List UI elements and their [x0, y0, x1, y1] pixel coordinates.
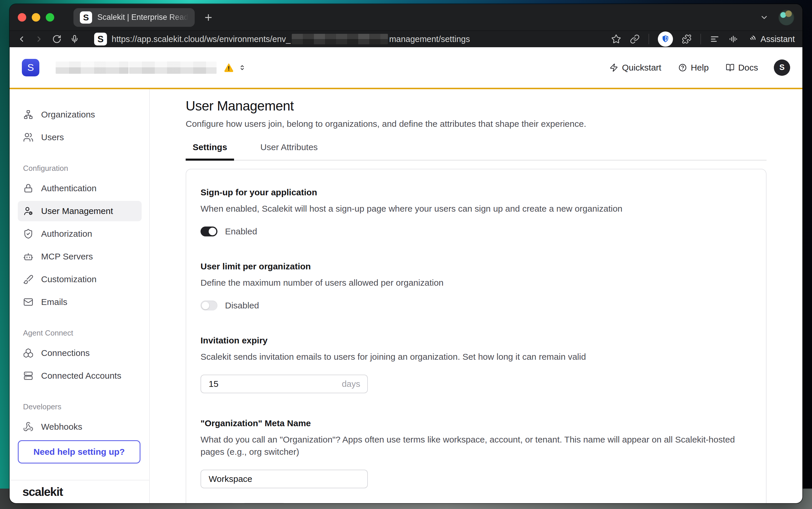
- environment-switcher[interactable]: [238, 64, 246, 72]
- signup-description: When enabled, Scalekit will host a sign-…: [201, 203, 752, 215]
- main-content: User Management Configure how users join…: [150, 89, 802, 503]
- meta-name-description: What do you call an "Organization"? Apps…: [201, 434, 752, 458]
- sidebar-item-customization[interactable]: Customization: [18, 269, 142, 290]
- sidebar-label: Connections: [41, 348, 90, 358]
- sidebar-label: Webhooks: [41, 422, 82, 432]
- sidebar-item-emails[interactable]: Emails: [18, 292, 142, 312]
- server-rows-icon: [23, 371, 34, 381]
- invitation-expiry-input[interactable]: [208, 379, 342, 389]
- meta-name-title: "Organization" Meta Name: [201, 418, 752, 428]
- shield-check-icon: [23, 229, 34, 239]
- tab-title: Scalekit | Enterprise Ready A: [97, 13, 188, 22]
- new-tab-button[interactable]: [204, 12, 213, 23]
- save-button[interactable]: Save: [201, 503, 235, 503]
- sidebar-item-authentication[interactable]: Authentication: [18, 178, 142, 199]
- copy-link-icon[interactable]: [630, 34, 640, 44]
- help-circle-icon: [678, 63, 687, 72]
- warning-triangle-icon: [223, 62, 234, 73]
- signup-toggle[interactable]: [201, 227, 217, 236]
- cancel-button[interactable]: Cancel: [242, 503, 286, 503]
- sidebar-label: Organizations: [41, 110, 95, 120]
- sidebar-item-authorization[interactable]: Authorization: [18, 224, 142, 244]
- need-help-button[interactable]: Need help setting up?: [18, 440, 140, 464]
- bookmark-star-icon[interactable]: [611, 34, 621, 44]
- reading-list-icon[interactable]: [710, 34, 719, 44]
- bitwarden-shield-icon: [661, 34, 670, 44]
- browser-profile-avatar[interactable]: [778, 10, 794, 25]
- reload-button[interactable]: [52, 34, 62, 44]
- window-controls: [18, 13, 54, 22]
- tab-bar: Settings User Attributes: [186, 142, 767, 161]
- tab-search-chevron[interactable]: [760, 13, 769, 22]
- quickstart-label: Quickstart: [622, 63, 661, 73]
- webhook-icon: [23, 421, 34, 432]
- sidebar-item-user-management[interactable]: User Management: [18, 201, 142, 221]
- sidebar-label: Connected Accounts: [41, 371, 121, 381]
- user-limit-description: Define the maximum number of users allow…: [201, 277, 752, 289]
- docs-link[interactable]: Docs: [726, 63, 758, 73]
- toolbar-separator: [648, 34, 649, 44]
- browser-tab[interactable]: S Scalekit | Enterprise Ready A: [73, 8, 195, 27]
- browser-window: S Scalekit | Enterprise Ready A S https:…: [10, 4, 802, 503]
- forward-button[interactable]: [35, 35, 43, 43]
- site-favicon: S: [94, 33, 107, 45]
- url-address[interactable]: https://app.scalekit.cloud/ws/environmen…: [112, 34, 470, 44]
- sidebar-item-webhooks[interactable]: Webhooks: [18, 416, 142, 437]
- workspace-name-redacted: [56, 62, 129, 74]
- sidebar-section-agent-connect: Agent Connect: [23, 329, 141, 338]
- sidebar: Organizations Users Configuration Authen…: [10, 89, 150, 503]
- waveform-icon[interactable]: [728, 34, 738, 44]
- sidebar-item-mcp-servers[interactable]: MCP Servers: [18, 246, 142, 267]
- assistant-wave-icon: [747, 34, 757, 44]
- sidebar-label: Customization: [41, 274, 97, 284]
- invitation-expiry-description: Scalekit sends invitation emails to user…: [201, 351, 752, 363]
- chevron-right-icon: [35, 35, 43, 43]
- signup-title: Sign-up for your application: [201, 188, 752, 197]
- zoom-window-button[interactable]: [46, 13, 54, 22]
- invitation-expiry-field: days: [201, 375, 368, 393]
- user-limit-toggle[interactable]: [201, 301, 217, 310]
- browser-tab-strip: S Scalekit | Enterprise Ready A: [10, 4, 802, 31]
- sidebar-label: Emails: [41, 297, 67, 307]
- extensions-puzzle-icon[interactable]: [682, 34, 692, 44]
- invitation-expiry-title: Invitation expiry: [201, 336, 752, 345]
- lock-icon: [23, 183, 34, 194]
- sidebar-section-developers: Developers: [23, 402, 141, 411]
- environment-warning: [223, 62, 234, 73]
- sidebar-label: MCP Servers: [41, 251, 93, 262]
- sidebar-label: Authorization: [41, 229, 92, 239]
- url-redacted-segment: [292, 34, 388, 44]
- paintbrush-icon: [23, 274, 34, 284]
- environment-name-redacted: [129, 62, 217, 74]
- back-button[interactable]: [17, 35, 26, 43]
- help-label: Help: [691, 63, 709, 73]
- scalekit-wordmark: scalekit: [10, 480, 149, 503]
- close-window-button[interactable]: [18, 13, 26, 22]
- users-icon: [23, 132, 34, 142]
- meta-name-input[interactable]: [208, 474, 360, 484]
- voice-search-button[interactable]: [70, 35, 79, 43]
- toolbar-separator: [700, 34, 701, 44]
- sidebar-item-connected-accounts[interactable]: Connected Accounts: [18, 366, 142, 386]
- tab-favicon: S: [80, 11, 92, 24]
- docs-label: Docs: [738, 63, 758, 73]
- minimize-window-button[interactable]: [32, 13, 40, 22]
- assistant-button[interactable]: Assistant: [747, 34, 795, 44]
- quickstart-link[interactable]: Quickstart: [609, 63, 661, 73]
- sidebar-item-organizations[interactable]: Organizations: [18, 104, 142, 125]
- bitwarden-extension-button[interactable]: [658, 32, 673, 47]
- sidebar-section-configuration: Configuration: [23, 164, 141, 173]
- sidebar-label: User Management: [41, 206, 113, 216]
- page-subtitle: Configure how users join, belong to orga…: [186, 119, 767, 129]
- url-prefix: https://app.scalekit.cloud/ws/environmen…: [112, 34, 291, 44]
- user-avatar[interactable]: S: [774, 60, 790, 76]
- user-limit-title: User limit per organization: [201, 262, 752, 271]
- tab-user-attributes[interactable]: User Attributes: [253, 142, 325, 160]
- sidebar-label: Authentication: [41, 183, 97, 193]
- tab-settings[interactable]: Settings: [186, 142, 234, 160]
- sidebar-item-connections[interactable]: Connections: [18, 343, 142, 363]
- sidebar-item-users[interactable]: Users: [18, 127, 142, 147]
- sidebar-label: Users: [41, 132, 64, 142]
- help-link[interactable]: Help: [678, 63, 709, 73]
- mail-icon: [23, 297, 34, 307]
